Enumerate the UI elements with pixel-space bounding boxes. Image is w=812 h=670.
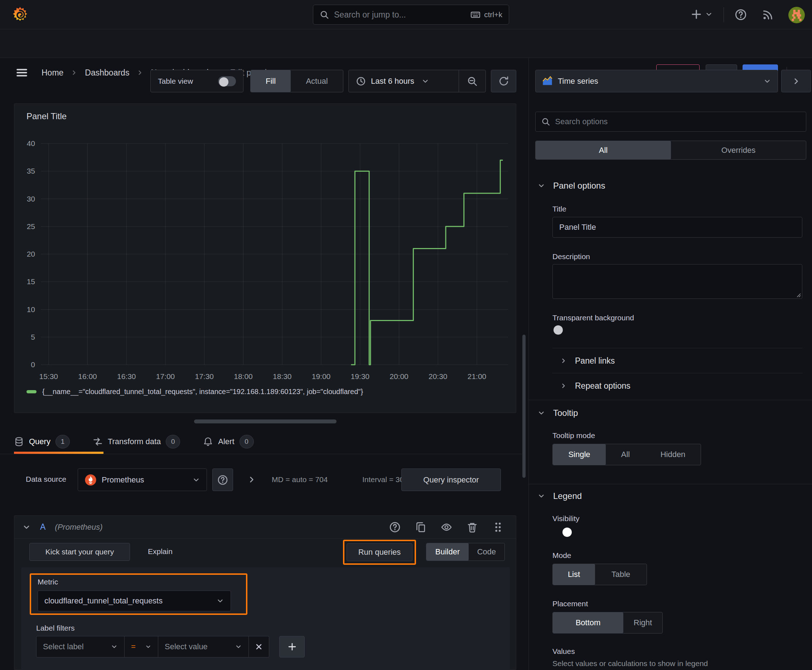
tab-query[interactable]: Query 1 [14,435,70,448]
main-scrollbar-thumb[interactable] [522,335,526,478]
alert-count-badge: 0 [239,435,254,448]
new-menu-button[interactable] [691,8,713,20]
zoom-out-button[interactable] [459,70,485,92]
panel-title-field[interactable] [553,217,802,238]
tab-transform-data[interactable]: Transform data 0 [93,435,180,448]
x-axis-tick-label: 19:00 [312,372,331,381]
legend-table-option[interactable]: Table [595,564,647,585]
run-queries-button[interactable]: Run queries [347,543,412,561]
metric-highlight: Metric cloudflared_tunnel_total_requests [30,574,247,615]
refresh-button[interactable] [491,70,516,92]
operator-value: = [131,642,136,651]
transform-count-badge: 0 [166,435,180,448]
search-options-field[interactable] [535,112,806,132]
legend-list-option[interactable]: List [553,564,595,585]
avatar[interactable] [788,7,805,23]
help-icon [217,475,228,485]
menu-toggle-button[interactable] [16,66,28,79]
section-divider [529,400,812,400]
query-row-header: A (Prometheus) [14,516,516,539]
metric-label: Metric [37,578,58,586]
tooltip-all-option[interactable]: All [606,444,645,465]
delete-query-icon[interactable] [466,521,478,533]
grafana-edit-panel-page: Search or jump to... ctrl+k [0,0,812,670]
time-series-chart: 051015202530354015:3016:0016:3017:0017:3… [14,132,517,383]
panel-options-section-header[interactable]: Panel options [537,181,605,191]
chevron-down-icon [192,476,200,484]
description-label: Description [553,252,590,261]
tab-all[interactable]: All [536,141,671,159]
select-value-placeholder: Select value [165,642,208,651]
chevron-right-icon [71,69,78,76]
chevron-right-icon [560,382,567,389]
panel-links-section-header[interactable]: Panel links [560,352,615,369]
tab-overrides[interactable]: Overrides [671,141,806,159]
tooltip-section-header[interactable]: Tooltip [537,408,578,418]
toggle-viz-pane-button[interactable] [781,70,811,92]
panel-title[interactable]: Panel Title [27,111,66,121]
operator-dropdown[interactable]: = [125,636,158,658]
collapse-query-icon[interactable] [22,523,31,531]
select-label-dropdown[interactable]: Select label [36,636,125,658]
breadcrumb-home[interactable]: Home [42,68,63,78]
search-icon [541,117,550,126]
tooltip-single-option[interactable]: Single [553,444,606,465]
legend-item[interactable]: {__name__="cloudflared_tunnel_total_requ… [27,387,363,396]
label-filters-label: Label filters [36,624,75,633]
x-axis-tick-label: 15:30 [39,372,58,381]
pane-resize-handle[interactable] [194,420,337,423]
query-inspector-button[interactable]: Query inspector [401,469,501,491]
search-options-input[interactable] [555,117,800,126]
resize-handle-icon[interactable] [794,291,801,298]
breadcrumb-dashboards[interactable]: Dashboards [85,68,129,78]
kick-start-query-button[interactable]: Kick start your query [29,543,130,561]
add-filter-button[interactable] [279,636,305,658]
metric-select[interactable]: cloudflared_tunnel_total_requests [37,590,231,611]
editor-tabs: Query 1 Transform data 0 Alert 0 [14,431,254,452]
legend-section-header[interactable]: Legend [537,491,582,501]
table-view-toggle[interactable] [218,76,236,86]
repeat-options-section-header[interactable]: Repeat options [560,377,631,394]
time-range-picker[interactable]: Last 6 hours [349,76,459,86]
zoom-out-icon [467,76,478,86]
metric-value: cloudflared_tunnel_total_requests [44,596,163,606]
actual-option[interactable]: Actual [291,70,343,92]
data-source-picker[interactable]: Prometheus [78,469,207,491]
description-textarea[interactable] [558,268,797,287]
table-view-control: Table view [150,70,244,92]
legend-visibility-label: Visibility [553,514,579,523]
data-source-help-button[interactable] [212,469,233,491]
chevron-down-icon [111,643,118,650]
panel-title-input[interactable] [559,223,795,232]
placement-right-option[interactable]: Right [623,612,662,633]
chevron-down-icon [537,182,545,189]
x-axis-tick-label: 20:30 [429,372,448,381]
tab-alert[interactable]: Alert 0 [203,435,253,448]
duplicate-query-icon[interactable] [415,521,426,533]
hide-response-eye-icon[interactable] [441,521,452,533]
options-filter-tabs: All Overrides [535,140,806,160]
tooltip-hidden-option[interactable]: Hidden [645,444,701,465]
code-option[interactable]: Code [469,543,504,560]
builder-option[interactable]: Builder [426,543,469,560]
help-button[interactable] [735,8,747,21]
drag-query-handle-icon[interactable] [492,521,504,533]
active-tab-underline [14,452,103,454]
breadcrumb-bar: Home Dashboards New dashboard Edit panel… [0,29,812,58]
placement-bottom-option[interactable]: Bottom [553,612,623,633]
visualization-picker[interactable]: Time series [535,70,778,92]
visualization-name: Time series [558,76,598,86]
select-value-dropdown[interactable]: Select value [158,636,249,658]
query-ref-id[interactable]: A [40,522,46,532]
news-button[interactable] [762,8,774,21]
query-help-icon[interactable] [389,521,401,533]
description-field[interactable] [553,264,802,299]
x-axis-tick-label: 18:30 [273,372,292,381]
grafana-logo[interactable] [11,5,29,24]
fill-option[interactable]: Fill [251,70,291,92]
search-input[interactable]: Search or jump to... ctrl+k [313,5,509,25]
query-options-expander[interactable] [247,475,256,484]
shortcut-hint: ctrl+k [470,10,502,20]
remove-filter-button[interactable] [249,636,269,658]
run-queries-highlight: Run queries [343,540,416,565]
